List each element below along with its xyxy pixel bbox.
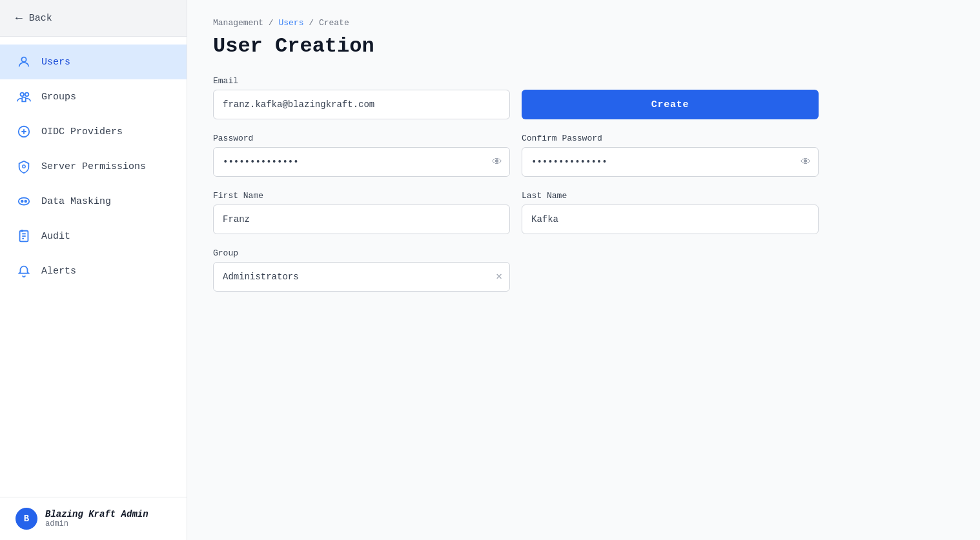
audit-icon: [15, 228, 32, 245]
group-input-wrapper: ✕: [213, 262, 510, 292]
avatar: B: [15, 508, 37, 530]
svg-point-0: [21, 57, 26, 62]
confirm-password-visibility-icon[interactable]: 👁︎: [801, 156, 811, 168]
back-button[interactable]: ← Back: [0, 0, 187, 37]
sidebar-item-users-label: Users: [41, 57, 70, 68]
email-create-row: Email Create: [213, 76, 954, 119]
confirm-password-field-group: Confirm Password 👁︎: [522, 134, 819, 177]
svg-rect-12: [21, 230, 23, 232]
svg-point-5: [19, 198, 30, 205]
page-title: User Creation: [213, 34, 954, 58]
footer-role: admin: [45, 519, 148, 528]
shield-icon: [15, 158, 32, 175]
svg-point-1: [21, 93, 25, 97]
oidc-icon: [15, 123, 32, 140]
sidebar-item-data-masking[interactable]: Data Masking: [0, 184, 187, 219]
svg-point-7: [25, 201, 26, 203]
create-button-wrapper: Create: [522, 90, 819, 119]
sidebar-item-server-permissions[interactable]: Server Permissions: [0, 149, 187, 184]
last-name-label: Last Name: [522, 191, 819, 201]
back-arrow-icon: ←: [15, 12, 23, 25]
create-button[interactable]: Create: [522, 90, 819, 119]
group-input[interactable]: [213, 262, 510, 292]
group-label: Group: [213, 248, 954, 258]
sidebar-item-groups-label: Groups: [41, 92, 76, 103]
confirm-password-wrapper: 👁︎: [522, 147, 819, 177]
group-clear-icon[interactable]: ✕: [496, 272, 502, 282]
name-row: First Name Last Name: [213, 191, 954, 234]
mask-icon: [15, 193, 32, 210]
groups-icon: [15, 88, 32, 105]
footer-user-info: Blazing Kraft Admin admin: [45, 509, 148, 528]
main-content: Management / Users / Create User Creatio…: [187, 0, 980, 540]
sidebar-item-oidc[interactable]: OIDC Providers: [0, 114, 187, 149]
breadcrumb-management: Management: [213, 18, 263, 28]
last-name-input[interactable]: [522, 205, 819, 234]
password-label: Password: [213, 134, 510, 143]
back-label: Back: [29, 13, 52, 24]
user-creation-form: Email Create Password 👁︎ Confirm Passwor…: [213, 76, 954, 292]
breadcrumb-users[interactable]: Users: [278, 18, 303, 28]
breadcrumb: Management / Users / Create: [213, 18, 954, 28]
confirm-password-label: Confirm Password: [522, 134, 819, 143]
sidebar-item-oidc-label: OIDC Providers: [41, 126, 123, 137]
sidebar-nav: Users Groups OIDC Providers: [0, 37, 187, 497]
password-row: Password 👁︎ Confirm Password 👁︎: [213, 134, 954, 177]
breadcrumb-create: Create: [319, 18, 349, 28]
svg-point-2: [25, 93, 29, 97]
footer-username: Blazing Kraft Admin: [45, 509, 148, 519]
group-field-group: Group ✕: [213, 248, 954, 292]
sidebar-item-groups[interactable]: Groups: [0, 79, 187, 114]
email-input[interactable]: [213, 90, 510, 119]
sidebar-item-alerts-label: Alerts: [41, 266, 76, 277]
first-name-input[interactable]: [213, 205, 510, 234]
sidebar-item-users[interactable]: Users: [0, 45, 187, 79]
sidebar: ← Back Users Groups: [0, 0, 187, 540]
sidebar-item-alerts[interactable]: Alerts: [0, 254, 187, 288]
sidebar-item-audit-label: Audit: [41, 231, 70, 242]
user-icon: [15, 54, 32, 70]
sidebar-item-audit[interactable]: Audit: [0, 219, 187, 254]
svg-point-4: [23, 165, 26, 168]
sidebar-footer: B Blazing Kraft Admin admin: [0, 497, 187, 540]
password-visibility-icon[interactable]: 👁︎: [492, 156, 502, 168]
first-name-label: First Name: [213, 191, 510, 201]
alert-icon: [15, 263, 32, 279]
confirm-password-input[interactable]: [522, 147, 819, 177]
email-label: Email: [213, 76, 510, 86]
password-field-group: Password 👁︎: [213, 134, 510, 177]
svg-point-6: [21, 201, 23, 203]
password-input[interactable]: [213, 147, 510, 177]
email-field-group: Email: [213, 76, 510, 119]
sidebar-item-data-masking-label: Data Masking: [41, 196, 111, 207]
sidebar-item-server-permissions-label: Server Permissions: [41, 161, 146, 172]
password-wrapper: 👁︎: [213, 147, 510, 177]
last-name-field-group: Last Name: [522, 191, 819, 234]
first-name-field-group: First Name: [213, 191, 510, 234]
